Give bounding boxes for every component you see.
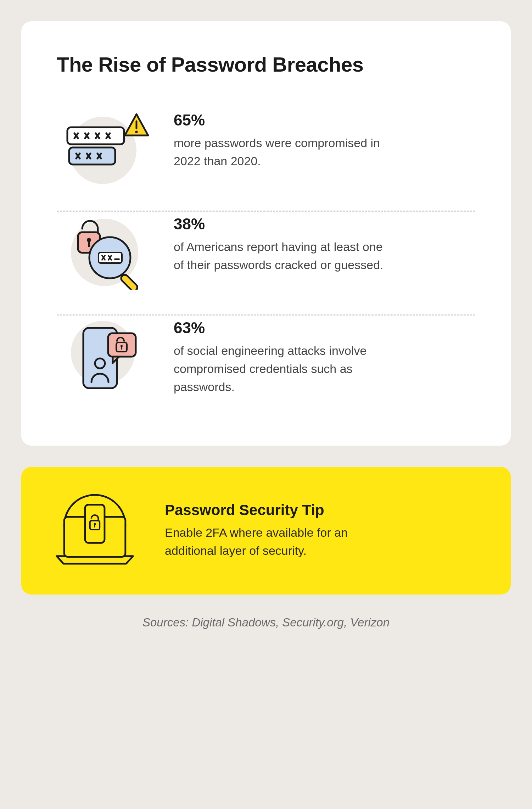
main-card: The Rise of Password Breaches	[21, 21, 511, 446]
stat-value: 63%	[174, 319, 393, 337]
stat-text: 65% more passwords were compromised in 2…	[174, 108, 393, 170]
illustration-social-engineering	[57, 316, 149, 394]
stat-row: 63% of social engineering attacks involv…	[57, 316, 475, 421]
stat-desc: of social engineering attacks involve co…	[174, 342, 393, 396]
illustration-2fa-tip	[50, 490, 140, 571]
svg-rect-22	[88, 241, 90, 247]
stat-desc: of Americans report having at least one …	[174, 238, 393, 274]
illustration-password-breach	[57, 108, 149, 186]
svg-rect-37	[121, 347, 122, 350]
stat-text: 38% of Americans report having at least …	[174, 212, 393, 274]
svg-rect-10	[69, 147, 115, 164]
svg-rect-34	[108, 333, 136, 357]
stat-desc: more passwords were compromised in 2022 …	[174, 134, 393, 170]
tip-desc: Enable 2FA where available for an additi…	[165, 524, 385, 560]
stat-row: 38% of Americans report having at least …	[57, 212, 475, 314]
tip-title: Password Security Tip	[165, 502, 482, 519]
svg-rect-43	[94, 525, 95, 528]
tip-text: Password Security Tip Enable 2FA where a…	[165, 502, 482, 560]
sources-footer: Sources: Digital Shadows, Security.org, …	[21, 616, 511, 629]
stat-text: 63% of social engineering attacks involv…	[174, 316, 393, 396]
page-title: The Rise of Password Breaches	[57, 53, 475, 76]
tip-card: Password Security Tip Enable 2FA where a…	[21, 467, 511, 595]
stat-row: 65% more passwords were compromised in 2…	[57, 108, 475, 211]
svg-rect-30	[120, 273, 139, 290]
stat-value: 38%	[174, 215, 393, 233]
svg-point-18	[135, 130, 138, 133]
stat-value: 65%	[174, 111, 393, 129]
illustration-password-cracked	[57, 212, 149, 290]
